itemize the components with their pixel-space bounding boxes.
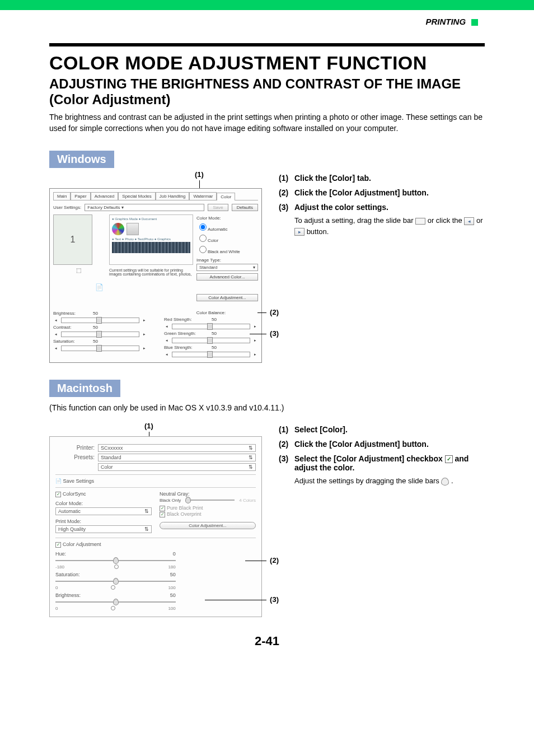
hue-slider[interactable] (55, 560, 176, 561)
callout-1: (1) (195, 170, 204, 179)
contrast-row: Contrast: 50 (53, 325, 147, 330)
advanced-color-button[interactable]: Advanced Color... (196, 273, 258, 281)
presets-select[interactable]: Standard⇅ (98, 454, 256, 461)
mac-brightness-slider[interactable] (55, 601, 176, 603)
neutral-gray-label: Neutral Gray: (160, 491, 256, 497)
step-subtext: Adjust the settings by dragging the slid… (294, 475, 485, 487)
tab-paper[interactable]: Paper (71, 192, 90, 200)
header: PRINTING (0, 10, 534, 26)
windows-badge: Windows (49, 151, 114, 168)
colorsync-checkbox[interactable]: ✓ (55, 492, 61, 497)
step-text: Select [Color]. (294, 425, 348, 434)
color-adjustment-button[interactable]: Color Adjustment... (196, 294, 258, 301)
callout-2: (2) (270, 308, 279, 316)
callout-1-mac: (1) (144, 422, 153, 430)
tab-job-handling[interactable]: Job Handling (156, 192, 190, 200)
radio-color[interactable] (199, 235, 207, 242)
section-marker (471, 19, 478, 26)
page-number: 2-41 (49, 634, 485, 648)
macintosh-badge: Macintosh (49, 380, 120, 397)
mac-print-mode-select[interactable]: High Quality⇅ (55, 525, 152, 533)
image-type-dropdown[interactable]: Standard▾ (196, 264, 258, 271)
callout-3-mac: (3) (270, 595, 279, 604)
left-arrow-button[interactable]: ◂ (53, 318, 59, 323)
tab-color[interactable]: Color (217, 193, 235, 200)
step-number: (1) (279, 425, 294, 434)
left-arrow-icon: ◂ (464, 217, 474, 225)
brightness-row: Brightness: 50 (53, 311, 147, 316)
green-slider[interactable] (172, 338, 250, 343)
defaults-button[interactable]: Defaults (232, 204, 258, 211)
page-subtitle: ADJUSTING THE BRIGHTNESS AND CONTRAST OF… (49, 76, 485, 108)
windows-steps: (1) Click the [Color] tab. (2) Click the… (279, 174, 485, 237)
step-text: Select the [Color Adjustment] checkbox ✓… (294, 454, 485, 472)
step-subtext: To adjust a setting, drag the slide bar … (294, 215, 485, 237)
step-text: Click the [Color Adjustment] button. (294, 440, 429, 449)
mac-dialog: Printer: SCxxxxxx⇅ Presets: Standard⇅ Co… (49, 436, 262, 617)
mac-color-adjustment-button[interactable]: Color Adjustment... (160, 522, 256, 529)
mac-steps: (1) Select [Color]. (2) Click the [Color… (279, 425, 485, 487)
page-title: COLOR MODE ADJUSTMENT FUNCTION (49, 52, 485, 74)
pane-select[interactable]: Color⇅ (98, 463, 256, 471)
preview-page-number: 1 (71, 235, 76, 245)
step-text: Adjust the color settings. (294, 203, 485, 212)
save-settings-link[interactable]: 📄 Save Settings (55, 478, 256, 484)
tab-bar: Main Paper Advanced Special Modes Job Ha… (53, 192, 258, 200)
color-balance-label: Color Balance: (164, 310, 258, 315)
rule-top-thin (49, 45, 485, 46)
mac-saturation-slider[interactable] (55, 581, 176, 582)
step-number: (3) (279, 203, 294, 237)
printer-label: Printer: (55, 445, 95, 451)
slider-knob-icon (441, 478, 449, 486)
top-accent-band (0, 0, 534, 10)
checkbox-icon: ✓ (445, 455, 453, 463)
mac-note: (This function can only be used in Mac O… (49, 403, 485, 414)
tab-special-modes[interactable]: Special Modes (118, 192, 155, 200)
step-number: (2) (279, 188, 294, 197)
neutral-gray-slider[interactable] (185, 500, 235, 501)
printer-select[interactable]: SCxxxxxx⇅ (98, 444, 256, 452)
tab-advanced[interactable]: Advanced (91, 192, 119, 200)
mac-color-mode-select[interactable]: Automatic⇅ (55, 507, 152, 515)
step-number: (3) (279, 454, 294, 487)
saturation-row: Saturation: 50 (53, 339, 147, 344)
print-preview: 1 (53, 214, 92, 265)
tab-main[interactable]: Main (53, 192, 71, 200)
saturation-slider[interactable] (61, 346, 139, 351)
right-arrow-button[interactable]: ▸ (142, 318, 147, 323)
radio-automatic[interactable] (199, 223, 207, 231)
color-adjustment-checkbox[interactable]: ✓ (55, 542, 61, 548)
color-sample-box: ● Graphics Mode ● Document ● Text ● Phot… (109, 214, 193, 265)
tab-watermark[interactable]: Watermar (189, 192, 217, 200)
pure-black-checkbox[interactable]: ✓ (160, 506, 165, 511)
color-mode-label: Color Mode: (196, 216, 258, 221)
mac-color-mode-label: Color Mode: (55, 501, 152, 506)
radio-bw[interactable] (199, 246, 207, 253)
black-overprint-checkbox[interactable]: ✓ (160, 512, 165, 517)
section-name: PRINTING (425, 17, 466, 26)
contrast-slider[interactable] (61, 332, 139, 337)
mac-print-mode-label: Print Mode: (55, 519, 152, 524)
user-settings-label: User Settings: (53, 205, 81, 210)
callout-2-mac: (2) (270, 556, 279, 564)
right-arrow-icon: ▸ (294, 228, 305, 236)
save-button[interactable]: Save (208, 204, 228, 211)
image-type-label: Image Type: (196, 258, 258, 263)
brightness-slider[interactable] (61, 318, 139, 323)
intro-paragraph: The brightness and contrast can be adjus… (49, 112, 485, 134)
windows-dialog: Main Paper Advanced Special Modes Job Ha… (49, 188, 262, 363)
callout-3: (3) (270, 329, 279, 338)
red-slider[interactable] (172, 324, 250, 329)
step-number: (2) (279, 440, 294, 449)
step-text: Click the [Color] tab. (294, 174, 371, 183)
presets-label: Presets: (55, 454, 95, 460)
user-settings-dropdown[interactable]: Factory Defaults ▾ (85, 204, 204, 211)
blue-slider[interactable] (172, 352, 250, 357)
step-number: (1) (279, 174, 294, 183)
slider-thumb-icon (415, 218, 425, 225)
step-text: Click the [Color Adjustment] button. (294, 188, 429, 197)
current-settings-text: Current settings will be suitable for pr… (109, 268, 193, 276)
